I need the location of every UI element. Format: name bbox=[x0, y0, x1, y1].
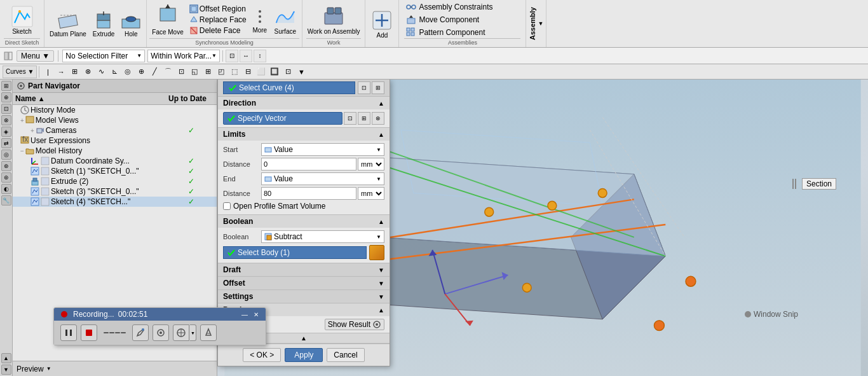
recording-close-btn[interactable]: ✕ bbox=[252, 310, 261, 319]
selection-filter-select[interactable]: No Selection Filter ▼ bbox=[62, 50, 145, 62]
select-curve-icon-1[interactable]: ⊡ bbox=[358, 81, 370, 94]
nav-extrude-2[interactable]: Extrude (2) ✓ bbox=[13, 176, 217, 186]
move-face-button[interactable]: Face Move bbox=[149, 2, 186, 38]
left-icon-5[interactable]: ◈ bbox=[1, 127, 11, 137]
pattern-component-button[interactable]: Pattern Component bbox=[404, 27, 520, 38]
nav-model-views[interactable]: + Model Views bbox=[13, 115, 217, 125]
extrude-button[interactable]: Extrude bbox=[90, 9, 117, 39]
tb3-btn-i11[interactable]: ⊡ bbox=[175, 66, 187, 78]
left-icon-11[interactable]: 🔧 bbox=[1, 195, 11, 205]
preview-bar-btn[interactable]: Preview ▼ bbox=[17, 365, 51, 373]
menu-button[interactable]: Menu ▼ bbox=[17, 50, 54, 62]
tb3-btn-i15[interactable]: ⬚ bbox=[228, 66, 241, 78]
open-profile-checkbox[interactable] bbox=[223, 202, 231, 210]
tb3-btn-i6[interactable]: ⊾ bbox=[108, 66, 121, 78]
tb3-btn-i4[interactable]: ⊗ bbox=[81, 66, 94, 78]
tb3-btn-i10[interactable]: ⌒ bbox=[161, 66, 174, 78]
specify-vector-button[interactable]: Specify Vector bbox=[223, 112, 342, 125]
pause-button[interactable] bbox=[60, 324, 77, 341]
start-distance-input[interactable] bbox=[261, 158, 356, 171]
nav-sketch-1[interactable]: Sketch (1) "SKETCH_0..." ✓ bbox=[13, 166, 217, 176]
tb3-btn-i3[interactable]: ⊞ bbox=[68, 66, 81, 78]
tb3-btn-i5[interactable]: ∿ bbox=[95, 66, 107, 78]
assembly-constraints-button[interactable]: Assembly Constraints bbox=[404, 1, 520, 13]
col-name-header[interactable]: Name ▲ bbox=[13, 93, 166, 105]
tb3-btn-i12[interactable]: ◱ bbox=[188, 66, 201, 78]
nav-sketch-3[interactable]: Sketch (3) "SKETCH_0..." ✓ bbox=[13, 186, 217, 197]
left-icon-7[interactable]: ◎ bbox=[1, 150, 11, 160]
start-value-select[interactable]: Value ▼ bbox=[261, 143, 384, 156]
select-curve-icon-2[interactable]: ⊞ bbox=[372, 81, 384, 94]
apply-button[interactable]: Apply bbox=[285, 348, 323, 362]
assembly-dropdown[interactable]: ▼ bbox=[538, 20, 543, 27]
more-button[interactable]: More bbox=[250, 5, 270, 35]
delete-face-button[interactable]: Delete Face bbox=[187, 25, 248, 36]
offset-header[interactable]: Offset ▼ bbox=[218, 277, 390, 289]
select-body-button[interactable]: Select Body (1) bbox=[223, 246, 367, 259]
ok-button[interactable]: < OK > bbox=[243, 348, 281, 362]
datum-plane-button[interactable]: Datum Plane bbox=[47, 9, 89, 39]
nav-sketch-4[interactable]: Sketch (4) "SKETCH..." ✓ bbox=[13, 197, 217, 207]
select-curve-button[interactable]: Select Curve (4) bbox=[223, 81, 355, 94]
vector-icon-3[interactable]: ⊗ bbox=[372, 112, 384, 125]
tb3-btn-i8[interactable]: ⊕ bbox=[135, 66, 147, 78]
left-icon-6[interactable]: ⇄ bbox=[1, 138, 11, 148]
surface-button[interactable]: Surface bbox=[271, 4, 299, 36]
tb3-btn-i14[interactable]: ◰ bbox=[215, 66, 227, 78]
rec-tool-1[interactable] bbox=[132, 324, 149, 341]
tb3-btn-i19[interactable]: ⊡ bbox=[281, 66, 294, 78]
tb3-btn-i16[interactable]: ⊟ bbox=[241, 66, 254, 78]
nav-cameras[interactable]: + Cameras ✓ bbox=[13, 125, 217, 136]
stop-button[interactable] bbox=[81, 324, 97, 341]
replace-face-button[interactable]: Replace Face bbox=[187, 15, 248, 25]
nav-history-mode[interactable]: History Mode bbox=[13, 105, 217, 116]
nav-user-expressions[interactable]: fx User Expressions bbox=[13, 136, 217, 146]
limits-header[interactable]: Limits ▲ bbox=[218, 128, 390, 141]
tb2-btn-2[interactable]: ↔ bbox=[240, 50, 252, 62]
vector-icon-2[interactable]: ⊞ bbox=[358, 112, 370, 125]
tb3-btn-i9[interactable]: ╱ bbox=[148, 66, 161, 78]
direction-header[interactable]: Direction ▲ bbox=[218, 97, 390, 109]
show-result-button[interactable]: Show Result bbox=[325, 319, 384, 330]
end-distance-input[interactable] bbox=[261, 187, 356, 200]
tb2-btn-1[interactable]: ⊡ bbox=[226, 50, 238, 62]
cancel-button[interactable]: Cancel bbox=[327, 348, 364, 362]
tb3-btn-i7[interactable]: ◎ bbox=[121, 66, 134, 78]
end-unit-select[interactable]: mm bbox=[358, 187, 384, 200]
move-component-button[interactable]: Move Component bbox=[404, 14, 520, 25]
left-icon-10[interactable]: ◐ bbox=[1, 184, 11, 194]
vector-icon-1[interactable]: ⊡ bbox=[344, 112, 356, 125]
nav-model-history[interactable]: − Model History bbox=[13, 146, 217, 156]
tb3-btn-i1[interactable]: | bbox=[41, 66, 54, 78]
sketch-button[interactable]: Sketch bbox=[10, 4, 35, 36]
hole-button[interactable]: Hole bbox=[118, 9, 144, 39]
within-work-part-select[interactable]: Within Work Par... ▼ bbox=[147, 50, 220, 62]
left-icon-bottom-2[interactable]: ▼ bbox=[1, 365, 11, 375]
left-icon-3[interactable]: ⊡ bbox=[1, 104, 11, 114]
work-on-assembly-button[interactable]: Work on Assembly bbox=[306, 4, 362, 36]
add-button[interactable]: Add bbox=[369, 8, 395, 40]
left-icon-9[interactable]: ⊚ bbox=[1, 172, 11, 183]
tb3-btn-i18[interactable]: 🔲 bbox=[268, 66, 281, 78]
left-icon-1[interactable]: ⊞ bbox=[1, 81, 11, 91]
boolean-header[interactable]: Boolean ▲ bbox=[218, 215, 390, 228]
end-value-select[interactable]: Value ▼ bbox=[261, 172, 384, 185]
left-icon-2[interactable]: ⊕ bbox=[1, 92, 11, 102]
tb3-btn-i2[interactable]: → bbox=[55, 66, 67, 78]
nav-datum-coord[interactable]: Datum Coordinate Sy... ✓ bbox=[13, 156, 217, 166]
left-icon-8[interactable]: ⊛ bbox=[1, 161, 11, 171]
tb3-btn-i13[interactable]: ⊞ bbox=[201, 66, 214, 78]
rec-tool-4[interactable] bbox=[200, 324, 217, 341]
draft-header[interactable]: Draft ▼ bbox=[218, 263, 390, 276]
boolean-value-select[interactable]: Subtract ▼ bbox=[261, 230, 384, 243]
tb3-btn-curves[interactable]: Curves ▼ bbox=[3, 66, 37, 78]
left-icon-bottom-1[interactable]: ▲ bbox=[1, 353, 11, 363]
rec-tool-3[interactable]: ▼ bbox=[173, 324, 196, 341]
left-icon-4[interactable]: ⊗ bbox=[1, 115, 11, 125]
recording-minimize-btn[interactable]: — bbox=[240, 310, 249, 319]
offset-region-button[interactable]: Offset Region bbox=[187, 4, 248, 14]
start-unit-select[interactable]: mm bbox=[358, 158, 384, 171]
tb3-btn-i17[interactable]: ⬜ bbox=[255, 66, 268, 78]
settings-header[interactable]: Settings ▼ bbox=[218, 290, 390, 303]
rec-tool-2[interactable] bbox=[153, 324, 169, 341]
